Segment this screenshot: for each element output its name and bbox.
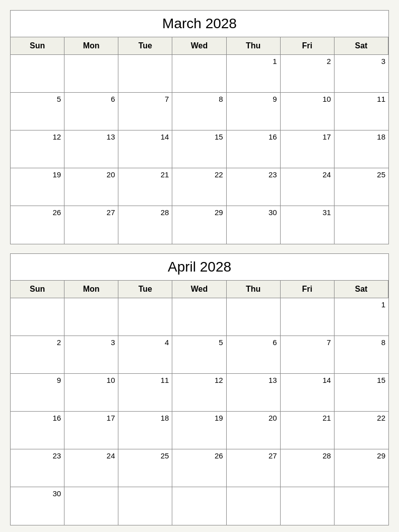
day-cell: 19 (11, 168, 64, 206)
day-cell: 2 (11, 336, 64, 374)
day-cell (227, 487, 281, 525)
day-cell: 15 (172, 130, 226, 168)
day-cell: 11 (118, 374, 172, 412)
day-cell: 23 (11, 449, 64, 487)
day-cell: 20 (64, 168, 118, 206)
day-cell (172, 55, 226, 93)
day-cell: 4 (118, 336, 172, 374)
day-cell: 19 (172, 412, 226, 449)
day-cell: 30 (11, 487, 64, 525)
header-tue: Tue (118, 37, 172, 55)
day-cell (227, 298, 281, 336)
day-cell: 6 (64, 93, 118, 130)
header-wed: Wed (172, 37, 226, 55)
day-cell: 28 (118, 206, 172, 244)
day-cell: 13 (64, 130, 118, 168)
day-cell: 27 (227, 449, 281, 487)
header-sat: Sat (335, 37, 388, 55)
header-fri: Fri (281, 37, 335, 55)
day-cell: 8 (335, 336, 388, 374)
april-title: April 2028 (11, 254, 388, 281)
header-fri: Fri (281, 281, 335, 298)
header-thu: Thu (227, 37, 281, 55)
day-cell: 3 (64, 336, 118, 374)
day-cell: 22 (335, 412, 388, 449)
day-cell: 2 (281, 55, 335, 93)
day-cell: 1 (335, 298, 388, 336)
header-mon: Mon (64, 37, 118, 55)
header-tue: Tue (118, 281, 172, 298)
day-cell: 26 (172, 449, 226, 487)
day-cell: 15 (335, 374, 388, 412)
day-cell (281, 487, 335, 525)
day-cell: 6 (227, 336, 281, 374)
day-cell: 12 (11, 130, 64, 168)
day-cell: 9 (11, 374, 64, 412)
day-cell: 31 (281, 206, 335, 244)
day-cell: 10 (64, 374, 118, 412)
header-wed: Wed (172, 281, 226, 298)
day-cell: 1 (227, 55, 281, 93)
day-cell (64, 55, 118, 93)
day-cell: 24 (64, 449, 118, 487)
day-cell: 29 (172, 206, 226, 244)
day-cell: 30 (227, 206, 281, 244)
day-cell: 23 (227, 168, 281, 206)
day-cell: 13 (227, 374, 281, 412)
day-cell (172, 298, 226, 336)
calendar-container: March 2028 Sun Mon Tue Wed Thu Fri Sat 1… (10, 10, 389, 532)
day-cell: 17 (64, 412, 118, 449)
header-sun: Sun (11, 37, 64, 55)
day-cell (118, 487, 172, 525)
header-sat: Sat (335, 281, 388, 298)
day-cell: 9 (227, 93, 281, 130)
day-cell: 18 (335, 130, 388, 168)
header-mon: Mon (64, 281, 118, 298)
day-cell: 11 (335, 93, 388, 130)
day-cell: 17 (281, 130, 335, 168)
day-cell: 26 (11, 206, 64, 244)
day-cell: 16 (227, 130, 281, 168)
april-grid: Sun Mon Tue Wed Thu Fri Sat 1 2 3 4 5 6 … (11, 281, 388, 525)
april-calendar: April 2028 Sun Mon Tue Wed Thu Fri Sat 1… (10, 253, 389, 525)
day-cell (118, 298, 172, 336)
day-cell: 21 (118, 168, 172, 206)
day-cell: 8 (172, 93, 226, 130)
march-calendar: March 2028 Sun Mon Tue Wed Thu Fri Sat 1… (10, 10, 389, 244)
day-cell (118, 55, 172, 93)
day-cell (335, 206, 388, 244)
day-cell: 16 (11, 412, 64, 449)
day-cell: 29 (335, 449, 388, 487)
day-cell: 22 (172, 168, 226, 206)
day-cell (172, 487, 226, 525)
day-cell: 27 (64, 206, 118, 244)
march-grid: Sun Mon Tue Wed Thu Fri Sat 1 2 3 5 6 7 … (11, 37, 388, 244)
day-cell (335, 487, 388, 525)
day-cell: 7 (118, 93, 172, 130)
day-cell: 7 (281, 336, 335, 374)
day-cell: 14 (281, 374, 335, 412)
day-cell: 5 (172, 336, 226, 374)
day-cell: 25 (335, 168, 388, 206)
day-cell: 14 (118, 130, 172, 168)
day-cell: 28 (281, 449, 335, 487)
day-cell: 12 (172, 374, 226, 412)
day-cell: 24 (281, 168, 335, 206)
day-cell (11, 55, 64, 93)
day-cell: 3 (335, 55, 388, 93)
march-title: March 2028 (11, 11, 388, 37)
header-sun: Sun (11, 281, 64, 298)
day-cell (64, 298, 118, 336)
day-cell: 25 (118, 449, 172, 487)
header-thu: Thu (227, 281, 281, 298)
day-cell: 18 (118, 412, 172, 449)
day-cell: 10 (281, 93, 335, 130)
day-cell (64, 487, 118, 525)
day-cell: 21 (281, 412, 335, 449)
day-cell (11, 298, 64, 336)
day-cell: 20 (227, 412, 281, 449)
day-cell (281, 298, 335, 336)
day-cell: 5 (11, 93, 64, 130)
